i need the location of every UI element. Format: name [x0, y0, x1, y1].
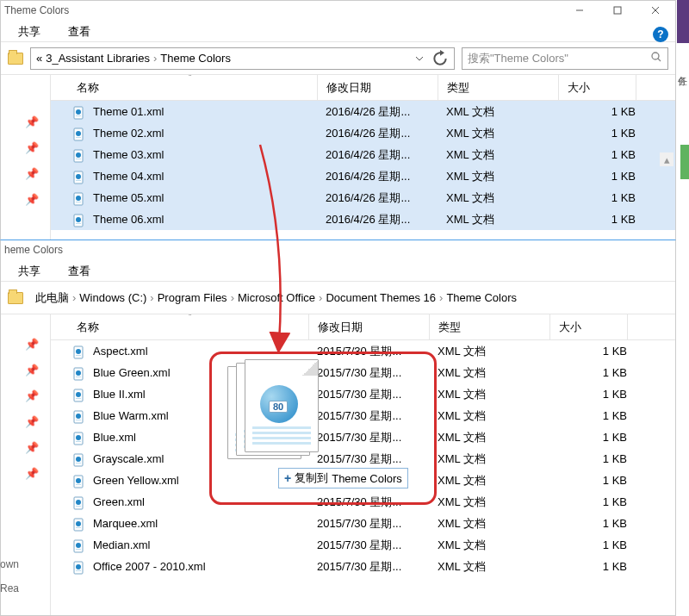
file-row[interactable]: Green.xml2015/7/30 星期...XML 文档1 KB: [51, 491, 675, 513]
history-dropdown-icon[interactable]: [411, 50, 428, 67]
breadcrumb[interactable]: Theme Colors: [446, 291, 517, 304]
breadcrumb[interactable]: Microsoft Office: [238, 291, 315, 304]
search-icon[interactable]: [650, 51, 662, 65]
file-name: Theme 05.xml: [93, 191, 326, 204]
maximize-button[interactable]: [601, 2, 634, 19]
file-row[interactable]: Theme 02.xml2016/4/26 星期...XML 文档1 KB: [51, 122, 675, 144]
column-type[interactable]: 类型: [430, 314, 550, 339]
svg-rect-20: [76, 202, 81, 202]
file-type: XML 文档: [438, 559, 558, 575]
file-row[interactable]: Blue.xml2015/7/30 星期...XML 文档1 KB: [51, 426, 675, 448]
file-row[interactable]: Green Yellow.xml2015/7/30 星期...XML 文档1 K…: [51, 470, 675, 491]
ribbon-tabs: 共享 查看 ?: [1, 20, 675, 42]
file-type: XML 文档: [446, 190, 567, 206]
file-type: XML 文档: [438, 430, 558, 445]
column-name[interactable]: 名称ˆ: [51, 314, 309, 339]
breadcrumb[interactable]: 3_Assistant Libraries: [46, 52, 150, 65]
svg-point-7: [76, 109, 81, 115]
column-size[interactable]: 大小: [559, 75, 636, 100]
file-type: XML 文档: [446, 104, 567, 120]
file-row[interactable]: Aspect.xml2015/7/30 星期...XML 文档1 KB: [51, 340, 675, 362]
file-row[interactable]: Blue Warm.xml2015/7/30 星期...XML 文档1 KB: [51, 405, 675, 426]
file-row[interactable]: Median.xml2015/7/30 星期...XML 文档1 KB: [51, 534, 675, 556]
chevron-right-icon[interactable]: ›: [150, 291, 153, 304]
tab-view[interactable]: 查看: [63, 22, 96, 41]
folder-icon[interactable]: [8, 53, 23, 65]
file-size: 1 KB: [558, 366, 636, 379]
column-date[interactable]: 修改日期: [318, 75, 438, 100]
xml-file-icon: [72, 518, 86, 530]
file-row[interactable]: Grayscale.xml2015/7/30 星期...XML 文档1 KB: [51, 448, 675, 470]
svg-rect-35: [76, 420, 81, 420]
file-size: 1 KB: [558, 474, 636, 487]
file-size: 1 KB: [567, 127, 644, 140]
breadcrumb[interactable]: Document Themes 16: [326, 291, 436, 304]
breadcrumb-path[interactable]: 此电脑›Windows (C:)›Program Files›Microsoft…: [30, 287, 668, 309]
file-date: 2015/7/30 星期...: [317, 344, 438, 359]
file-date: 2016/4/26 星期...: [326, 147, 446, 163]
chevron-right-icon[interactable]: ›: [231, 291, 234, 304]
help-icon[interactable]: ?: [653, 27, 668, 42]
file-type: XML 文档: [438, 344, 558, 359]
file-row[interactable]: Marquee.xml2015/7/30 星期...XML 文档1 KB: [51, 513, 675, 534]
file-date: 2016/4/26 星期...: [326, 190, 446, 206]
svg-rect-38: [76, 441, 81, 442]
tab-share[interactable]: 共享: [13, 262, 46, 281]
title-bar[interactable]: Theme Colors: [1, 1, 675, 20]
column-name[interactable]: 名称ˆ: [51, 75, 318, 100]
breadcrumb[interactable]: Windows (C:): [79, 291, 146, 304]
file-row[interactable]: Office 2007 - 2010.xml2015/7/30 星期...XML…: [51, 556, 675, 577]
svg-point-49: [76, 521, 81, 526]
chevron-right-icon[interactable]: ›: [72, 291, 76, 304]
file-list: 名称ˆ 修改日期 类型 大小 Aspect.xml2015/7/30 星期...…: [51, 314, 675, 615]
tab-view[interactable]: 查看: [63, 262, 96, 281]
file-size: 1 KB: [558, 538, 636, 551]
breadcrumb-prefix[interactable]: «: [36, 52, 42, 65]
breadcrumb[interactable]: 此电脑: [35, 290, 69, 306]
file-name: Aspect.xml: [93, 345, 317, 358]
minimize-button[interactable]: [563, 2, 596, 19]
address-bar[interactable]: « 3_Assistant Libraries › Theme Colors: [30, 47, 455, 70]
close-button[interactable]: [639, 2, 672, 19]
svg-point-43: [76, 478, 81, 483]
file-row[interactable]: Theme 01.xml2016/4/26 星期...XML 文档1 KB: [51, 101, 675, 122]
tab-share[interactable]: 共享: [13, 22, 46, 41]
svg-point-4: [652, 53, 659, 59]
svg-rect-53: [76, 549, 81, 550]
file-row[interactable]: Theme 05.xml2016/4/26 星期...XML 文档1 KB: [51, 187, 675, 208]
column-type[interactable]: 类型: [438, 75, 559, 100]
file-date: 2016/4/26 星期...: [326, 104, 446, 120]
address-toolbar: 此电脑›Windows (C:)›Program Files›Microsoft…: [1, 282, 675, 314]
column-date[interactable]: 修改日期: [309, 314, 430, 339]
search-box[interactable]: 搜索"Theme Colors": [462, 47, 668, 70]
breadcrumb[interactable]: Program Files: [158, 291, 227, 304]
file-size: 1 KB: [558, 495, 636, 508]
svg-rect-26: [76, 355, 81, 356]
chevron-right-icon[interactable]: ›: [319, 291, 322, 304]
file-row[interactable]: Blue II.xml2015/7/30 星期...XML 文档1 KB: [51, 383, 675, 405]
file-row[interactable]: Blue Green.xml2015/7/30 星期...XML 文档1 KB: [51, 362, 675, 383]
chevron-right-icon[interactable]: ›: [439, 291, 443, 304]
file-name: Green.xml: [93, 495, 317, 508]
scroll-up-icon[interactable]: ▴: [660, 152, 673, 166]
column-size[interactable]: 大小: [550, 314, 628, 339]
title-bar[interactable]: heme Colors: [1, 240, 675, 259]
pin-icon: 📌: [25, 140, 39, 154]
pin-icon: 📌: [25, 440, 39, 454]
file-row[interactable]: Theme 04.xml2016/4/26 星期...XML 文档1 KB: [51, 165, 675, 187]
file-row[interactable]: Theme 03.xml2016/4/26 星期...XML 文档1 KB: [51, 144, 675, 165]
file-type: XML 文档: [438, 495, 558, 510]
window-title: heme Colors: [4, 244, 63, 256]
file-name: Blue Green.xml: [93, 366, 317, 379]
file-row[interactable]: Theme 06.xml2016/4/26 星期...XML 文档1 KB: [51, 208, 675, 230]
folder-icon[interactable]: [8, 292, 23, 304]
explorer-window-1: Theme Colors 共享 查看 ? « 3_Assistant Libra…: [0, 0, 676, 241]
pin-icon: 📌: [25, 414, 39, 428]
ribbon-tabs: 共享 查看: [1, 259, 675, 282]
xml-file-icon: [72, 106, 86, 118]
xml-file-icon: [72, 149, 86, 161]
breadcrumb[interactable]: Theme Colors: [160, 52, 231, 65]
chevron-right-icon[interactable]: ›: [153, 52, 157, 65]
file-name: Theme 03.xml: [93, 148, 326, 161]
refresh-icon[interactable]: [431, 50, 449, 67]
